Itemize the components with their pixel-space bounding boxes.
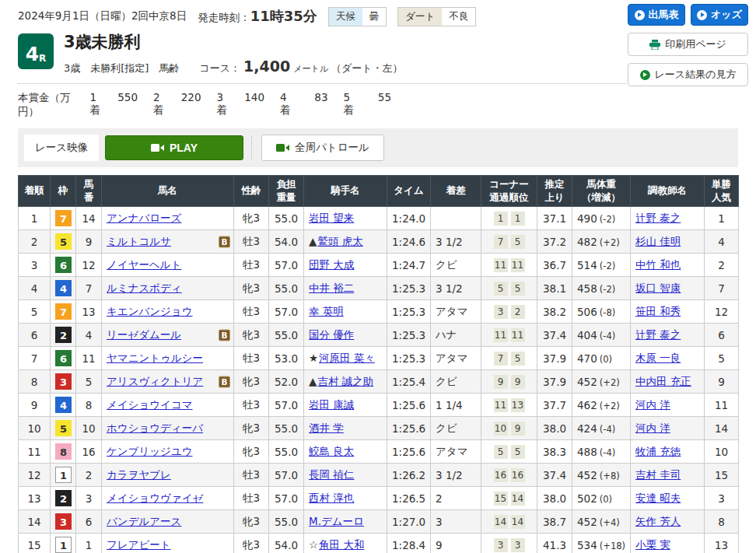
carried-weight: 55.0 [269, 510, 304, 534]
results-guide-button[interactable]: レース結果の見方 [628, 63, 748, 86]
column-header: 枠 [51, 176, 76, 207]
last-3f-time: 38.0 [537, 487, 572, 510]
corner-position-box: 14 [511, 515, 525, 529]
horse-name-link[interactable]: ルミナスボディ [107, 282, 182, 294]
horse-name-link[interactable]: ホウショウディーバ [107, 422, 203, 434]
jockey-name-link[interactable]: 河原田 菜々 [319, 352, 375, 364]
horse-name-link[interactable]: フレアビート [107, 538, 171, 551]
horse-number: 9 [76, 230, 102, 254]
carried-weight: 57.0 [269, 254, 304, 277]
race-number-suffix: R [39, 54, 46, 63]
horse-name-link[interactable]: メイショウイコマ [107, 398, 193, 411]
carried-weight: 55.0 [269, 324, 304, 347]
trainer-name-link[interactable]: 吉村 圭司 [635, 468, 681, 481]
trainer-name-link[interactable]: 木原 一良 [635, 352, 681, 364]
trainer-name-link[interactable]: 中内田 充正 [635, 375, 691, 387]
frame-badge: 2 [55, 490, 72, 506]
sex-age: 牝3 [234, 417, 269, 440]
horse-name-link[interactable]: ヤマニントゥルシー [107, 352, 203, 364]
horse-name-link[interactable]: ミルトコルサ [107, 235, 171, 247]
trainer-name-link[interactable]: 中竹 和也 [635, 258, 681, 271]
jockey-cell: ☆角田 大和 [304, 534, 387, 553]
horse-name-link[interactable]: アンナバローズ [107, 212, 181, 224]
entries-button[interactable]: 出馬表 [628, 4, 685, 26]
margin: 3 1/2 [431, 277, 481, 300]
margin: ハナ [431, 324, 481, 347]
finish-time: 1:24.6 [387, 230, 431, 254]
corner-position-box: 7 [494, 352, 508, 366]
last-3f-time: 37.4 [537, 324, 572, 347]
body-weight-diff: (+2) [600, 237, 620, 248]
jockey-name-link[interactable]: M.デムーロ [309, 515, 364, 527]
apprentice-mark: ▲ [309, 375, 317, 387]
prize-rank: 3着 [217, 91, 232, 117]
trainer-name-link[interactable]: 小栗 実 [635, 538, 670, 551]
jockey-name-link[interactable]: 岩田 望来 [309, 212, 354, 224]
horse-name-link[interactable]: ケンブリッジユウ [107, 445, 193, 457]
trainer-name-link[interactable]: 矢作 芳人 [635, 515, 681, 527]
jockey-name-link[interactable]: 岩田 康誠 [309, 398, 354, 411]
horse-name-link[interactable]: カラヲヤブレ [107, 468, 171, 481]
jockey-name-link[interactable]: 幸 英明 [309, 305, 344, 317]
result-row: 835アリスヴィクトリアB牝352.0▲吉村 誠之助1:25.4クビ9937.9… [19, 370, 739, 394]
corner-position-box: 11 [494, 398, 508, 412]
trainer-name-link[interactable]: 笹田 和秀 [635, 305, 681, 317]
jockey-name-link[interactable]: 団野 大成 [309, 258, 354, 271]
horse-name-cell: ヤマニントゥルシー [102, 347, 234, 370]
finish-time: 1:27.0 [387, 510, 431, 534]
horse-name-cell: キエンバンジョウ [102, 300, 234, 324]
trainer-name-link[interactable]: 辻野 泰之 [635, 328, 681, 341]
jockey-cell: 中井 裕二 [304, 277, 387, 300]
jockey-name-link[interactable]: 酒井 学 [309, 422, 344, 434]
prize-item-3: 3着140 [217, 91, 271, 117]
horse-number: 2 [76, 464, 102, 487]
sex-age: 牡3 [234, 464, 269, 487]
horse-name-link[interactable]: ノイヤーヘルト [107, 258, 181, 271]
trainer-name-link[interactable]: 牧浦 充徳 [635, 445, 681, 457]
horse-number: 10 [76, 417, 102, 440]
jockey-name-link[interactable]: 国分 優作 [309, 328, 354, 341]
print-page-button[interactable]: 印刷用ページ [628, 33, 748, 56]
jockey-name-link[interactable]: 西村 淳也 [309, 492, 354, 504]
horse-name-link[interactable]: バンデルアース [107, 515, 181, 527]
result-row: 1511フレアビート牝354.0☆角田 大和1:28.493341.3534(+… [19, 534, 739, 553]
trainer-name-link[interactable]: 坂口 智康 [635, 282, 681, 294]
margin: 1 1/4 [431, 394, 481, 417]
horse-name-cell: ホウショウディーバ [102, 417, 234, 440]
jockey-name-link[interactable]: 角田 大和 [319, 538, 364, 551]
jockey-name-link[interactable]: 鷲頭 虎太 [317, 235, 362, 247]
corner-positions: 1113 [481, 394, 537, 417]
trainer-name-link[interactable]: 杉山 佳明 [635, 235, 681, 247]
frame-badge: 3 [55, 513, 72, 530]
frame-badge: 1 [55, 537, 72, 553]
patrol-video-button[interactable]: 全周パトロール [261, 135, 384, 161]
corner-position-box: 11 [511, 328, 525, 342]
body-weight: 470 [577, 352, 597, 365]
trainer-name-link[interactable]: 辻野 泰之 [635, 212, 681, 224]
trainer-name-link[interactable]: 河内 洋 [635, 422, 670, 434]
horse-name-link[interactable]: キエンバンジョウ [107, 305, 193, 317]
horse-name-link[interactable]: メイショウヴァイゼ [107, 492, 203, 504]
horse-name-link[interactable]: リーゼダムール [107, 328, 181, 341]
jockey-name-link[interactable]: 吉村 誠之助 [317, 375, 373, 387]
finish-time: 1:25.3 [387, 347, 431, 370]
video-camera-icon [151, 143, 164, 152]
play-button[interactable]: PLAY [105, 135, 243, 160]
column-header: 性齢 [234, 176, 269, 207]
odds-button[interactable]: オッズ [691, 4, 748, 26]
course-distance: 1,400 [243, 58, 290, 75]
horse-name-link[interactable]: アリスヴィクトリア [107, 375, 203, 387]
body-weight-diff: (-8) [600, 307, 615, 318]
jockey-name-link[interactable]: 長岡 禎仁 [309, 468, 354, 481]
body-weight-cell: 424(-4) [572, 417, 631, 440]
jockey-name-link[interactable]: 鮫島 良太 [309, 445, 354, 457]
carried-weight: 53.0 [269, 347, 304, 370]
body-weight: 458 [577, 282, 597, 295]
odds-button-label: オッズ [711, 8, 742, 22]
jockey-name-link[interactable]: 中井 裕二 [309, 282, 354, 294]
win-favorite-rank: 9 [705, 370, 739, 394]
trainer-name-link[interactable]: 安達 昭夫 [635, 492, 681, 504]
frame-number-cell: 2 [51, 487, 76, 510]
entries-button-label: 出馬表 [649, 8, 679, 22]
trainer-name-link[interactable]: 河内 洋 [635, 398, 670, 411]
